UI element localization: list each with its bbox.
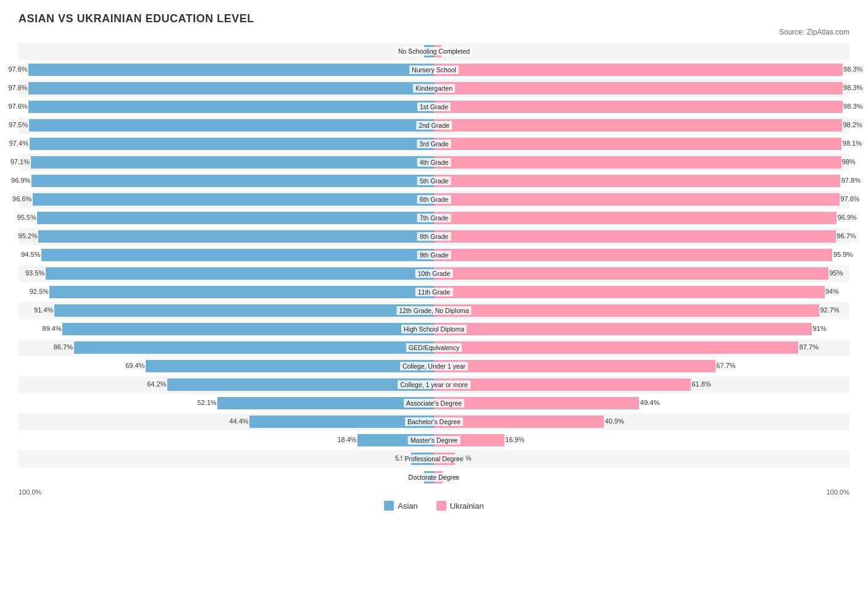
left-half: 97.6%	[19, 61, 434, 78]
left-half: 93.5%	[19, 265, 434, 282]
value-asian: 2.4%	[408, 47, 424, 54]
right-half: 98.3%	[434, 61, 849, 78]
right-half: 96.9%	[434, 209, 849, 227]
right-half: 87.7%	[434, 339, 849, 356]
right-half: 16.9%	[434, 432, 849, 449]
value-asian: 93.5%	[25, 269, 44, 277]
bar-ukrainian	[434, 64, 843, 76]
bar-row: 96.9%97.8%5th Grade	[19, 172, 849, 190]
value-asian: 97.6%	[8, 102, 27, 110]
bar-asian	[28, 64, 434, 76]
bar-row: 97.1%98%4th Grade	[19, 154, 849, 171]
bar-asian	[49, 286, 434, 298]
left-half: 5.5%	[19, 450, 434, 467]
bar-row: 97.6%98.3%Kindergarten	[19, 80, 849, 97]
bar-row: 52.1%49.4%Associate's Degree	[19, 395, 849, 412]
right-half: 92.7%	[434, 302, 849, 319]
right-half: 67.7%	[434, 357, 849, 375]
bar-row: 2.4%1.8%No Schooling Completed	[19, 43, 849, 60]
right-half: 98.2%	[434, 117, 849, 134]
x-axis: 100.0% 100.0%	[19, 488, 849, 496]
bar-row: 96.6%97.6%6th Grade	[19, 191, 849, 208]
bar-asian	[411, 453, 434, 465]
value-ukrainian: 96.7%	[837, 232, 856, 240]
bar-asian	[33, 193, 434, 206]
bar-asian	[424, 45, 434, 57]
value-ukrainian: 1.8%	[442, 47, 457, 54]
value-ukrainian: 92.7%	[820, 306, 839, 314]
left-half: 2.4%	[19, 469, 434, 486]
value-ukrainian: 87.7%	[799, 343, 819, 351]
bar-ukrainian	[434, 397, 639, 409]
value-ukrainian: 98.2%	[843, 121, 862, 128]
bar-asian	[357, 434, 434, 446]
bar-row: 69.4%67.7%College, Under 1 year	[19, 357, 849, 375]
bar-row: 2.4%2.1%Doctorate Degree	[19, 469, 849, 486]
left-half: 97.4%	[19, 135, 434, 153]
left-half: 2.4%	[19, 43, 434, 60]
value-ukrainian: 96.9%	[838, 214, 857, 221]
value-ukrainian: 67.7%	[716, 362, 735, 369]
bar-row: 92.5%94%11th Grade	[19, 283, 849, 301]
value-asian: 52.1%	[198, 399, 217, 406]
value-ukrainian: 97.8%	[841, 177, 861, 184]
right-half: 61.8%	[434, 376, 849, 393]
right-half: 40.9%	[434, 413, 849, 430]
bar-ukrainian	[434, 230, 836, 243]
bar-ukrainian	[434, 378, 691, 391]
bar-asian	[28, 101, 434, 113]
right-half: 95.9%	[434, 246, 849, 264]
value-ukrainian: 16.9%	[505, 436, 524, 443]
right-half: 98.3%	[434, 80, 849, 97]
value-ukrainian: 95%	[829, 269, 843, 277]
bar-ukrainian	[434, 471, 443, 483]
left-half: 44.4%	[19, 413, 434, 430]
left-half: 86.7%	[19, 339, 434, 356]
value-ukrainian: 98.3%	[843, 65, 862, 73]
value-asian: 89.4%	[43, 325, 62, 332]
left-half: 97.6%	[19, 98, 434, 115]
bar-asian	[54, 304, 434, 317]
bar-ukrainian	[434, 82, 843, 94]
x-axis-right: 100.0%	[434, 488, 849, 496]
left-half: 96.6%	[19, 191, 434, 208]
bar-asian	[29, 119, 434, 132]
bar-ukrainian	[434, 249, 832, 261]
left-half: 91.4%	[19, 302, 434, 319]
value-asian: 96.9%	[11, 177, 30, 184]
bar-ukrainian	[434, 119, 842, 132]
left-half: 97.6%	[19, 80, 434, 97]
bar-ukrainian	[434, 360, 716, 372]
bar-asian	[41, 249, 434, 261]
chart-container: 2.4%1.8%No Schooling Completed97.6%98.3%…	[19, 43, 849, 486]
bar-ukrainian	[434, 286, 825, 298]
bar-row: 94.5%95.9%9th Grade	[19, 246, 849, 264]
value-ukrainian: 98.3%	[843, 102, 862, 110]
left-half: 97.5%	[19, 117, 434, 134]
right-half: 98.1%	[434, 135, 849, 153]
bar-asian	[74, 341, 434, 354]
bar-ukrainian	[434, 304, 819, 317]
value-ukrainian: 61.8%	[691, 380, 711, 388]
left-half: 18.4%	[19, 432, 434, 449]
right-half: 95%	[434, 265, 849, 282]
bar-asian	[146, 360, 434, 372]
value-asian: 97.6%	[8, 84, 27, 91]
value-ukrainian: 98%	[842, 158, 856, 165]
value-ukrainian: 95.9%	[833, 251, 853, 258]
right-half: 98.3%	[434, 98, 849, 115]
legend: Asian Ukrainian	[19, 501, 849, 511]
legend-asian-box	[384, 501, 394, 511]
bar-asian	[28, 82, 434, 94]
bar-ukrainian	[434, 212, 837, 224]
bar-asian	[249, 416, 434, 428]
right-half: 96.7%	[434, 228, 849, 245]
right-half: 91%	[434, 320, 849, 338]
value-asian: 69.4%	[125, 362, 144, 369]
value-ukrainian: 97.6%	[840, 195, 859, 203]
bar-ukrainian	[434, 101, 843, 113]
value-asian: 96.6%	[12, 195, 31, 203]
value-asian: 5.5%	[395, 454, 411, 462]
chart-title: ASIAN VS UKRAINIAN EDUCATION LEVEL	[19, 12, 849, 25]
bar-asian	[30, 138, 435, 150]
